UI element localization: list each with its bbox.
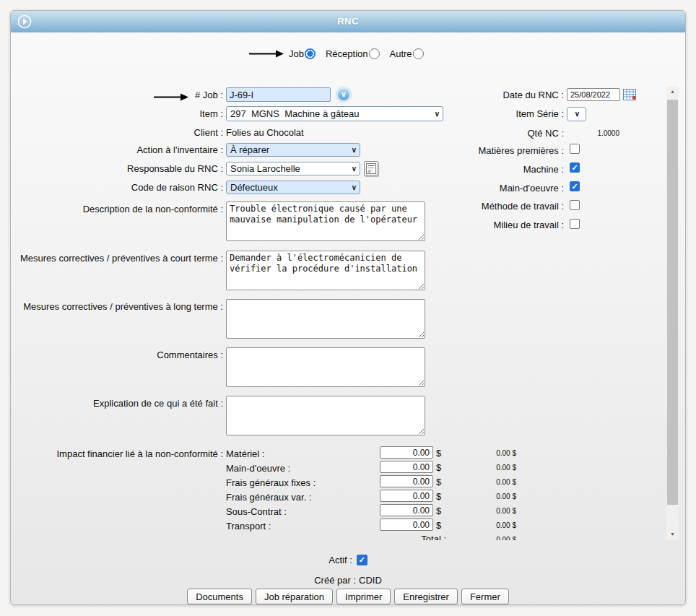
explication-label: Explication de ce qui a été fait : xyxy=(93,398,223,409)
radio-reception[interactable] xyxy=(369,48,380,59)
materiel-input[interactable] xyxy=(380,446,433,459)
date-rnc-input[interactable] xyxy=(567,88,620,101)
commentaires-label: Commentaires : xyxy=(157,350,223,360)
rnc-type-radio-group: Job Réception Autre xyxy=(249,46,424,61)
check-icon: ✓ xyxy=(359,556,365,564)
matieres-premieres-checkbox[interactable] xyxy=(570,144,580,154)
court-terme-label: Mesures correctives / préventives à cour… xyxy=(20,253,223,264)
chevron-down-icon: ∨ xyxy=(352,146,357,153)
currency-sign: $ xyxy=(436,506,441,516)
action-inventaire-label: Action à l'inventaire : xyxy=(136,144,223,155)
machine-checkbox[interactable]: ✓ xyxy=(570,162,580,173)
item-label: Item : xyxy=(199,108,223,119)
client-label: Client : xyxy=(194,127,223,138)
qte-nc-value: 1.0000 xyxy=(597,129,619,137)
job-reparation-button[interactable]: Job réparation xyxy=(256,589,333,604)
scroll-up-button[interactable]: ▲ xyxy=(666,86,679,97)
check-icon: ✓ xyxy=(571,183,578,191)
transport-label: Transport : xyxy=(226,521,271,532)
type-pointer-arrow-icon xyxy=(249,50,284,58)
job-lookup-button[interactable]: ∨ xyxy=(336,87,352,103)
frais-var-label: Frais généraux var. : xyxy=(226,492,312,503)
explication-textarea[interactable] xyxy=(226,396,425,435)
currency-sign: $ xyxy=(436,520,441,531)
frais-fixes-computed: 0.00 $ xyxy=(496,478,516,486)
qte-nc-label: Qté NC : xyxy=(527,128,564,139)
transport-input[interactable] xyxy=(380,519,433,531)
frais-var-input[interactable] xyxy=(380,490,433,502)
currency-sign: $ xyxy=(436,448,441,459)
methode-travail-checkbox[interactable] xyxy=(570,200,580,210)
currency-sign: $ xyxy=(436,477,441,487)
currency-sign: $ xyxy=(436,491,441,502)
action-inventaire-select[interactable]: À réparer ∨ xyxy=(226,143,360,157)
sous-contrat-input[interactable] xyxy=(380,504,433,516)
arrow-up-icon: ▲ xyxy=(670,89,675,94)
radio-autre[interactable] xyxy=(413,48,424,59)
main-doeuvre-cost-input[interactable] xyxy=(380,461,433,473)
long-terme-textarea[interactable] xyxy=(226,299,425,339)
form-scroll-area: # Job : ∨ Date du RNC : Item : 297 MGNS … xyxy=(11,86,666,540)
check-icon: ✓ xyxy=(571,164,578,172)
chevron-down-icon: ∨ xyxy=(352,165,357,172)
long-terme-label: Mesures correctives / préventives à long… xyxy=(23,301,223,312)
rnc-form-window: RNC Job Réception Autre # Job : ∨ Date d… xyxy=(10,10,686,605)
item-select[interactable]: 297 MGNS Machine à gâteau ∨ xyxy=(226,106,443,121)
radio-job[interactable] xyxy=(305,48,316,59)
collapse-arrow-icon[interactable] xyxy=(17,14,32,30)
actif-checkbox[interactable]: ✓ xyxy=(357,555,367,565)
scroll-down-button[interactable]: ▼ xyxy=(666,529,679,540)
window-header: RNC xyxy=(11,11,685,32)
job-label: # Job : xyxy=(195,90,223,100)
sous-contrat-label: Sous-Contrat : xyxy=(226,506,287,517)
chevron-down-icon: ∨ xyxy=(575,110,580,118)
milieu-travail-checkbox[interactable] xyxy=(570,219,580,229)
description-label: Description de la non-conformité : xyxy=(83,204,223,214)
transport-computed: 0.00 $ xyxy=(496,521,516,529)
frais-fixes-input[interactable] xyxy=(380,475,433,487)
impact-financier-label: Impact financier lié à la non-conformité… xyxy=(57,448,224,459)
scrollbar-thumb[interactable] xyxy=(667,100,678,505)
code-raison-label: Code de raison RNC : xyxy=(131,182,223,193)
materiel-computed: 0.00 $ xyxy=(496,449,516,457)
currency-sign: $ xyxy=(436,462,441,473)
radio-label-job: Job xyxy=(289,48,304,59)
vertical-scrollbar[interactable]: ▲ ▼ xyxy=(666,86,679,540)
chevron-down-icon: ∨ xyxy=(352,183,357,191)
total-computed: 0.00 $ xyxy=(496,536,516,540)
code-raison-select[interactable]: Défectueux ∨ xyxy=(226,181,360,194)
job-input[interactable] xyxy=(226,87,331,102)
responsable-label: Responsable du RNC : xyxy=(127,163,223,174)
machine-label: Machine : xyxy=(523,164,564,175)
notepad-icon xyxy=(366,163,376,174)
page-title: RNC xyxy=(11,11,685,32)
methode-travail-label: Méthode de travail : xyxy=(482,201,564,212)
main-doeuvre-checkbox[interactable]: ✓ xyxy=(570,181,580,191)
radio-label-autre: Autre xyxy=(390,48,412,59)
court-terme-textarea[interactable]: Demander à l'électromécanicien de vérifi… xyxy=(226,251,425,290)
chevron-down-icon: ∨ xyxy=(435,110,440,117)
description-textarea[interactable]: Trouble électronique causé par une mauva… xyxy=(226,201,425,241)
documents-button[interactable]: Documents xyxy=(187,589,252,604)
main-doeuvre-label: Main-d'oeuvre : xyxy=(500,183,564,194)
item-serie-label: Item Série : xyxy=(516,108,564,119)
radio-label-reception: Réception xyxy=(326,48,368,59)
client-value: Folies au Chocolat xyxy=(226,127,304,138)
commentaires-textarea[interactable] xyxy=(226,347,425,387)
actif-row: Actif : ✓ xyxy=(11,555,685,565)
milieu-travail-label: Milieu de travail : xyxy=(493,220,564,230)
item-serie-select[interactable]: ∨ xyxy=(567,107,586,121)
responsable-notes-button[interactable] xyxy=(364,161,378,176)
imprimer-button[interactable]: Imprimer xyxy=(336,589,391,604)
responsable-select[interactable]: Sonia Larochelle ∨ xyxy=(226,162,360,175)
matieres-premieres-label: Matières premières : xyxy=(479,145,564,156)
materiel-label: Matériel : xyxy=(226,448,264,459)
enregistrer-button[interactable]: Enregistrer xyxy=(394,589,458,604)
actif-label: Actif : xyxy=(329,555,352,565)
main-doeuvre-computed: 0.00 $ xyxy=(496,464,516,472)
cree-par-value: CDID xyxy=(359,575,382,586)
frais-var-computed: 0.00 $ xyxy=(496,493,516,500)
fermer-button[interactable]: Fermer xyxy=(461,589,509,604)
action-buttons-row: Documents Job réparation Imprimer Enregi… xyxy=(11,589,685,604)
calendar-icon[interactable] xyxy=(623,88,636,100)
